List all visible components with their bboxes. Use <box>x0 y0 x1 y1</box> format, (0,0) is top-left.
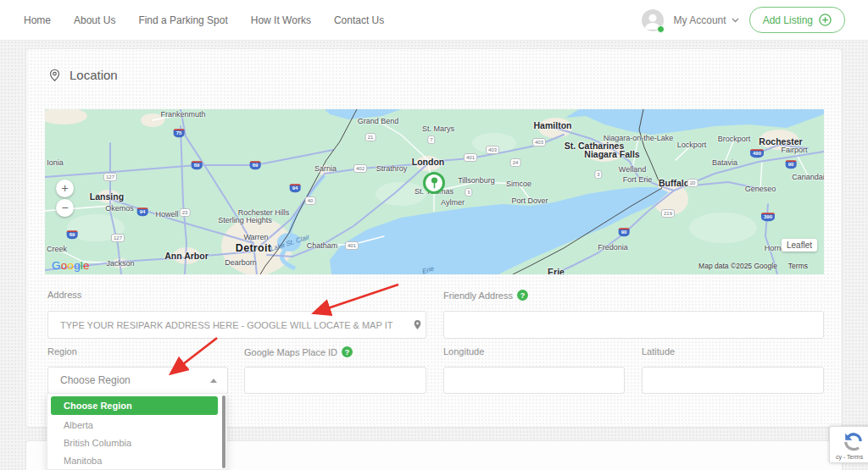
route-shield-icon: 7 <box>427 135 435 144</box>
help-badge-icon[interactable]: ? <box>517 290 528 301</box>
map-data-attribution: Map data ©2025 Google <box>698 262 777 270</box>
address-pin-icon <box>412 319 423 330</box>
add-listing-button[interactable]: Add Listing <box>749 7 845 33</box>
chevron-down-icon <box>732 18 739 23</box>
place-id-label: Google Maps Place ID ? <box>244 346 353 357</box>
route-shield-icon: 24 <box>510 158 521 167</box>
map-city-label: Erie <box>548 267 565 274</box>
nav-item[interactable]: Find a Parking Spot <box>138 14 227 26</box>
longitude-label: Longitude <box>443 346 484 357</box>
location-card: Location <box>25 48 843 428</box>
nav-item[interactable]: Contact Us <box>334 14 384 26</box>
longitude-input[interactable] <box>443 367 625 394</box>
map-city-label: Canandaig <box>792 173 824 181</box>
address-label: Address <box>47 290 81 300</box>
map-city-label: St. Marys <box>422 124 454 133</box>
region-label: Region <box>47 346 77 357</box>
latitude-input[interactable] <box>642 367 824 394</box>
top-navbar: Home About Us Find a Parking Spot How It… <box>0 0 868 41</box>
recaptcha-badge[interactable]: cy - Terms <box>829 426 868 463</box>
map-city-label: Brockport <box>718 135 751 143</box>
route-shield-icon: 94 <box>290 184 301 192</box>
map-city-label: Niagara Falls <box>584 149 639 159</box>
map-pin-icon <box>47 68 62 82</box>
friendly-address-label: Friendly Address ? <box>443 290 528 301</box>
plus-circle-icon <box>819 14 832 26</box>
map-city-label: Strathroy <box>376 164 408 173</box>
map-city-label: Aylmer <box>441 198 465 207</box>
location-marker[interactable] <box>423 172 445 194</box>
nav-item[interactable]: Home <box>24 14 51 26</box>
online-status-dot <box>657 25 665 33</box>
map-city-label: Geneseo <box>745 185 776 193</box>
latitude-label: Latitude <box>642 346 675 357</box>
route-shield-icon: 23 <box>180 208 191 217</box>
google-logo-letter: g <box>74 259 81 272</box>
map-city-label: Howell <box>155 210 178 218</box>
map-city-label: Tillsonburg <box>458 176 495 185</box>
route-shield-icon: 127 <box>103 173 117 181</box>
map-city-label: Dearborn <box>225 258 257 267</box>
map-city-label: London <box>412 157 444 167</box>
zoom-in-button[interactable]: + <box>56 180 74 197</box>
region-option[interactable]: Choose Region <box>51 396 218 415</box>
green-pin-icon <box>430 177 439 190</box>
map-city-label: Hamilton <box>534 120 572 130</box>
region-option[interactable]: Alberta <box>47 417 226 434</box>
page-title: Location <box>70 68 118 82</box>
route-shield-icon: 219 <box>661 209 675 218</box>
google-logo[interactable]: Google <box>52 259 90 272</box>
friendly-address-input[interactable] <box>443 311 824 339</box>
map-city-label: Sterling Heights <box>218 216 272 224</box>
map-city-label: Grand Bend <box>358 117 399 125</box>
help-badge-icon[interactable]: ? <box>342 346 353 357</box>
map-city-label: Welland <box>619 165 646 174</box>
map-city-label: Fairport <box>781 146 807 154</box>
chevron-up-icon <box>210 379 217 383</box>
zoom-out-button[interactable]: − <box>56 199 74 217</box>
map-city-label: Port Dover <box>511 196 548 205</box>
map-city-label: Fort Erie <box>623 175 653 184</box>
map-city-label: Okemos <box>105 204 134 213</box>
dropdown-scrollbar[interactable] <box>222 395 225 468</box>
route-shield-icon: 490 <box>750 149 764 158</box>
region-dropdown: Choose Region Alberta British Columbia M… <box>47 393 227 470</box>
nav-item[interactable]: How It Works <box>251 14 311 26</box>
recaptcha-terms-text[interactable]: cy - Terms <box>836 454 863 460</box>
terms-link[interactable]: Terms <box>788 262 808 270</box>
user-avatar[interactable] <box>642 9 664 31</box>
map-city-label: Ionia <box>47 158 64 167</box>
my-account-label: My Account <box>674 14 726 26</box>
map-city-label: Chatham <box>307 241 338 250</box>
route-shield-icon: 40 <box>305 196 316 205</box>
region-select[interactable]: Choose Region <box>47 367 228 394</box>
route-shield-icon: 401 <box>464 153 477 162</box>
map-city-label: Lockport <box>677 141 707 149</box>
my-account-menu[interactable]: My Account <box>674 14 739 26</box>
route-shield-icon: 401 <box>345 241 359 250</box>
route-shield-icon: 94 <box>137 207 148 216</box>
main-nav: Home About Us Find a Parking Spot How It… <box>0 14 384 26</box>
map-city-label: Simcoe <box>506 180 531 188</box>
address-input[interactable] <box>47 311 426 339</box>
route-shield-icon: 69 <box>192 161 203 169</box>
map-city-label: Warren <box>243 233 268 241</box>
map-city-label: Detroit <box>236 242 271 254</box>
route-shield-icon: 21 <box>365 133 376 141</box>
map-city-label: Fredonia <box>598 243 628 252</box>
route-shield-icon: 69 <box>250 161 261 169</box>
route-shield-icon: 3 <box>465 188 472 196</box>
place-id-input[interactable] <box>244 367 426 394</box>
map-city-label: Lansing <box>90 191 124 202</box>
region-option[interactable]: British Columbia <box>47 434 226 452</box>
nav-item[interactable]: About Us <box>74 14 115 26</box>
route-shield-icon: 3 <box>594 170 602 179</box>
route-shield-icon: 69 <box>67 230 78 239</box>
leaflet-attribution-link[interactable]: Leaflet <box>782 239 817 252</box>
leaflet-map[interactable]: Frankenmuth Ionia Lansing Okemos Howell … <box>45 109 824 274</box>
route-shield-icon: 127 <box>111 234 125 242</box>
add-listing-label: Add Listing <box>763 14 813 26</box>
region-option[interactable]: Manitoba <box>47 452 226 470</box>
route-shield-icon: 90 <box>786 160 797 169</box>
region-select-value: Choose Region <box>60 374 131 386</box>
